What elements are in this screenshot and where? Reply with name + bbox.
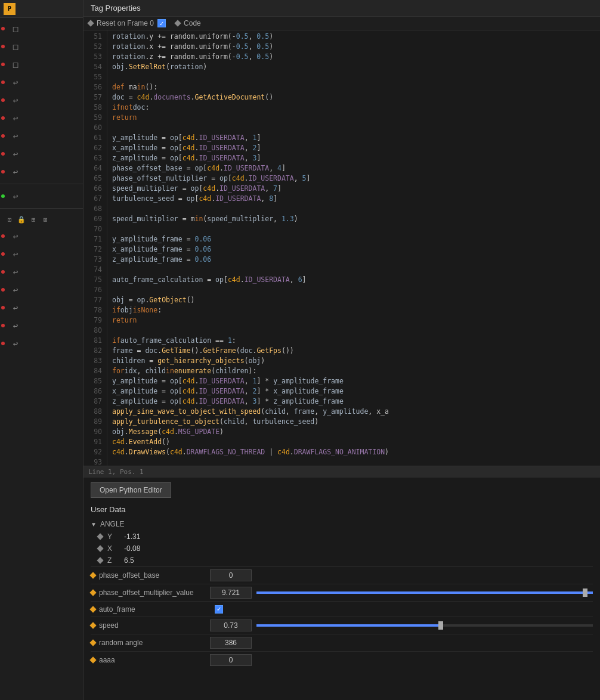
- sidebar-dot-1: [1, 27, 5, 30]
- sidebar-item-4[interactable]: ↩: [0, 74, 83, 91]
- sidebar-dot-10: [1, 234, 5, 238]
- sidebar-item-12[interactable]: ↩: [0, 264, 83, 280]
- field-value-1[interactable]: 9.721: [210, 587, 252, 599]
- field-value-0[interactable]: 0: [210, 569, 252, 581]
- sidebar-icon-2: □: [10, 41, 21, 52]
- sidebar-divider-1: [0, 184, 83, 184]
- sidebar-dot-16: [1, 342, 5, 345]
- code-scroll[interactable]: 5152535455565758596061626364656667686970…: [83, 30, 600, 466]
- sidebar-bottom-bar: ⊡ 🔒 ⊞ ⊠: [0, 212, 83, 227]
- field-diamond-4: [89, 639, 96, 646]
- data-row-auto_frame: auto_frame: [91, 601, 593, 617]
- sidebar-icon-3: □: [10, 58, 21, 70]
- sidebar-dot-5: [1, 98, 5, 102]
- data-row-random-angle: random angle386: [91, 634, 593, 651]
- sidebar-icon-6: ↩: [10, 112, 21, 124]
- sidebar-item-7[interactable]: ↩: [0, 128, 83, 144]
- main-content: Tag Properties Reset on Frame 0 Code 515…: [83, 0, 600, 700]
- sidebar-icon-16: ↩: [10, 337, 21, 349]
- field-label-5: aaaa: [99, 656, 115, 664]
- sidebar-icon-13: ↩: [10, 284, 21, 296]
- code-diamond-icon: [174, 20, 181, 26]
- field-diamond-1: [89, 589, 96, 596]
- sidebar-item-14[interactable]: ↩: [0, 299, 83, 316]
- angle-x-label: X: [107, 544, 119, 553]
- sidebar-icon-9: ↩: [10, 166, 21, 178]
- field-value-5[interactable]: 0: [210, 654, 252, 666]
- data-fields: phase_offset_base0phase_offset_multiplie…: [91, 566, 593, 668]
- user-data-section: User Data ▼ ANGLE Y -1.31 X -0.08 Z 6.5: [83, 503, 600, 668]
- field-diamond-5: [89, 656, 96, 663]
- sidebar-item-10[interactable]: ↩: [0, 228, 83, 244]
- field-diamond-0: [89, 572, 96, 578]
- status-bar: Line 1, Pos. 1: [83, 466, 600, 478]
- sidebar-icon-11: ↩: [10, 248, 21, 260]
- sidebar-bottom-icon-2[interactable]: 🔒: [17, 215, 26, 224]
- data-row-phase_offset_base: phase_offset_base0: [91, 566, 593, 584]
- field-label-3: speed: [99, 621, 119, 630]
- field-slider-fill-3: [256, 624, 441, 627]
- sidebar-item-green[interactable]: ↩: [0, 188, 83, 205]
- data-row-speed: speed0.73: [91, 617, 593, 634]
- sidebar-dot-14: [1, 306, 5, 309]
- sidebar-bottom-icon-3[interactable]: ⊞: [29, 215, 38, 224]
- reset-diamond-icon: [87, 20, 94, 26]
- sidebar-item-9[interactable]: ↩: [0, 163, 83, 180]
- sidebar-item-16[interactable]: ↩: [0, 335, 83, 352]
- sidebar-dot-8: [1, 152, 5, 156]
- data-row-aaaa: aaaa0: [91, 651, 593, 668]
- angle-collapse-icon: ▼: [91, 521, 97, 528]
- field-diamond-3: [89, 622, 96, 628]
- sidebar-icon-green: ↩: [10, 190, 21, 202]
- sidebar-item-13[interactable]: ↩: [0, 281, 83, 298]
- field-label-2: auto_frame: [99, 605, 135, 614]
- sidebar-dot-15: [1, 324, 5, 327]
- sidebar-bottom-icon-4[interactable]: ⊠: [41, 215, 50, 224]
- sidebar-item-3[interactable]: □: [0, 56, 83, 73]
- sidebar-dot-11: [1, 252, 5, 256]
- reset-label: Reset on Frame 0: [97, 19, 154, 27]
- sidebar-dot-green: [1, 194, 5, 198]
- sidebar-icon-5: ↩: [10, 94, 21, 106]
- sidebar-item-1[interactable]: □: [0, 20, 83, 37]
- code-content[interactable]: rotation.y += random.uniform(-0.5, 0.5) …: [107, 30, 600, 466]
- sidebar-item-6[interactable]: ↩: [0, 110, 83, 126]
- field-checkbox-2[interactable]: [215, 605, 223, 614]
- sidebar-icon-8: ↩: [10, 148, 21, 160]
- field-slider-thumb-3[interactable]: [438, 621, 443, 630]
- field-diamond-2: [89, 606, 96, 612]
- angle-z-label: Z: [107, 556, 119, 565]
- sidebar-bottom-icon-1[interactable]: ⊡: [5, 215, 14, 224]
- field-slider-1[interactable]: [256, 591, 593, 594]
- angle-x-value: -0.08: [124, 544, 140, 553]
- sidebar-icon-12: ↩: [10, 266, 21, 278]
- field-label-4: random angle: [99, 639, 143, 647]
- angle-z-value: 6.5: [124, 556, 134, 565]
- angle-z-row: Z 6.5: [98, 555, 593, 566]
- sidebar-item-8[interactable]: ↩: [0, 145, 83, 162]
- sidebar-icon-4: ↩: [10, 76, 21, 88]
- angle-group-header[interactable]: ▼ ANGLE: [91, 518, 593, 531]
- reset-checkbox[interactable]: [157, 19, 166, 27]
- angle-y-label: Y: [107, 532, 119, 541]
- sidebar-icon-7: ↩: [10, 130, 21, 142]
- field-slider-thumb-1[interactable]: [583, 589, 587, 597]
- field-value-4[interactable]: 386: [210, 637, 252, 649]
- angle-x-diamond: [97, 545, 103, 552]
- sidebar-items: □ □ □ ↩ ↩ ↩ ↩ ↩: [0, 18, 83, 700]
- sidebar-top: P: [0, 0, 83, 18]
- angle-y-diamond: [97, 533, 103, 540]
- sidebar-dot-13: [1, 288, 5, 292]
- field-slider-3[interactable]: [256, 624, 593, 627]
- open-python-editor-button[interactable]: Open Python Editor: [91, 482, 171, 498]
- sidebar-item-15[interactable]: ↩: [0, 317, 83, 334]
- sidebar-item-2[interactable]: □: [0, 38, 83, 55]
- angle-z-diamond: [97, 557, 103, 563]
- field-value-3[interactable]: 0.73: [210, 620, 252, 631]
- app-icon: P: [4, 3, 16, 15]
- sidebar-item-5[interactable]: ↩: [0, 92, 83, 109]
- angle-x-row: X -0.08: [98, 543, 593, 555]
- field-slider-fill-1: [256, 591, 593, 594]
- data-row-phase_offset_multiplier_value: phase_offset_multiplier_value9.721: [91, 584, 593, 601]
- sidebar-item-11[interactable]: ↩: [0, 246, 83, 262]
